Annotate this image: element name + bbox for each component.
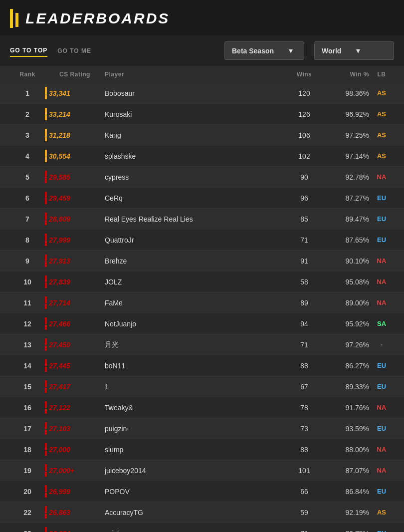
rating-value: 27,000+ [49,467,74,475]
bar-icon [45,87,47,99]
wins-cell: 120 [284,89,324,97]
bar-icon [45,213,47,225]
rating-bar-tall [45,485,47,492]
rating-badge: 27,714 [45,296,105,309]
rating-badge: 27,000 [45,443,105,456]
rank-cell: 20 [10,488,45,496]
wins-cell: 67 [284,383,324,391]
winpct-cell: 97.14% [324,152,369,160]
winpct-cell: 87.65% [324,236,369,244]
rating-bars-icon [45,464,47,477]
rating-badge: 30,554 [45,150,105,162]
lb-cell: NA [369,299,394,306]
rank-cell: 1 [10,89,45,97]
rank-cell: 5 [10,173,45,181]
winpct-cell: 93.59% [324,425,369,433]
season-dropdown[interactable]: Beta Season ▾ [224,41,304,60]
rating-bars-icon [45,359,47,372]
rank-cell: 2 [10,110,45,118]
player-name: Bobosaur [105,89,284,97]
rank-cell: 14 [10,362,45,370]
rating-bar-short [45,283,47,288]
winpct-cell: 89.33% [324,383,369,391]
rating-bars-icon [45,317,47,330]
wins-cell: 71 [284,530,324,532]
rating-bar-short [45,304,47,309]
player-name: 1 [105,383,284,391]
rating-value: 28,609 [49,215,70,223]
rating-badge: 33,214 [45,108,105,120]
rating-bar-short [45,325,47,330]
rank-cell: 13 [10,341,45,349]
lb-cell: AS [369,110,394,118]
rating-bar-tall [45,213,47,220]
rating-value: 27,839 [49,278,70,286]
table-row: 3 31,218 Kang 106 97.25% AS [0,125,404,146]
bar-icon [45,338,47,351]
rank-cell: 11 [10,299,45,307]
region-dropdown[interactable]: World ▾ [314,41,394,60]
wins-cell: 102 [284,152,324,160]
controls-bar: GO TO TOP GO TO ME Beta Season ▾ World ▾ [0,35,404,66]
lb-cell: AS [369,131,394,139]
region-dropdown-label: World [322,47,341,55]
rank-cell: 18 [10,446,45,454]
bar-icon [45,129,47,141]
rating-bars-icon [45,150,47,162]
rating-bar-tall [45,275,47,282]
rating-value: 27,445 [49,362,70,370]
rating-badge: 28,609 [45,213,105,225]
wins-cell: 101 [284,467,324,475]
rating-bar-tall [45,317,47,324]
player-name: 月光 [105,340,284,349]
player-name: Real Eyes Realize Real Lies [105,215,284,223]
lb-cell: EU [369,530,394,532]
rating-badge: 26,854 [45,527,105,532]
table-row: 13 27,450 月光 71 97.26% - [0,334,404,355]
table-row: 14 27,445 boN11 88 86.27% EU [0,355,404,376]
player-name: Kang [105,131,284,139]
wins-cell: 78 [284,404,324,412]
lb-cell: EU [369,194,394,202]
rating-bar-short [45,493,47,498]
rating-bars-icon [45,213,47,225]
table-row: 12 27,466 NotJuanjo 94 95.92% SA [0,313,404,334]
rating-bar-short [45,346,47,351]
wins-cell: 106 [284,131,324,139]
rating-badge: 27,999 [45,234,105,246]
go-to-top-button[interactable]: GO TO TOP [10,45,47,57]
rating-badge: 27,466 [45,317,105,330]
page-container: LEADERBOARDS GO TO TOP GO TO ME Beta Sea… [0,0,404,532]
player-name: Tweaky& [105,404,284,412]
rating-bar-short [45,262,47,267]
lb-cell: NA [369,278,394,285]
rating-bar-tall [45,359,47,366]
winpct-cell: 95.92% [324,320,369,328]
bar-icon [45,380,47,393]
rating-bar-short [45,367,47,372]
col-cs-rating: CS Rating [45,71,105,78]
bar-icon [45,422,47,435]
rank-cell: 4 [10,152,45,160]
rank-cell: 10 [10,278,45,286]
lb-cell: EU [369,236,394,244]
bar-icon [45,317,47,330]
rating-value: 26,863 [49,509,70,517]
page-title: LEADERBOARDS [25,10,170,27]
player-name: boN11 [105,362,284,370]
rating-bar-tall [45,422,47,429]
go-to-me-button[interactable]: GO TO ME [57,45,91,56]
rating-bar-tall [45,380,47,387]
bar-icon [45,234,47,246]
winpct-cell: 90.10% [324,257,369,265]
winpct-cell: 96.92% [324,110,369,118]
rating-bar-short [45,220,47,225]
rating-bars-icon [45,527,47,532]
rating-badge: 27,839 [45,275,105,288]
player-name: slump [105,446,284,454]
rating-bars-icon [45,275,47,288]
col-wins: Wins [284,71,324,78]
table-row: 7 28,609 Real Eyes Realize Real Lies 85 … [0,209,404,230]
rank-cell: 17 [10,425,45,433]
rating-bars-icon [45,171,47,183]
